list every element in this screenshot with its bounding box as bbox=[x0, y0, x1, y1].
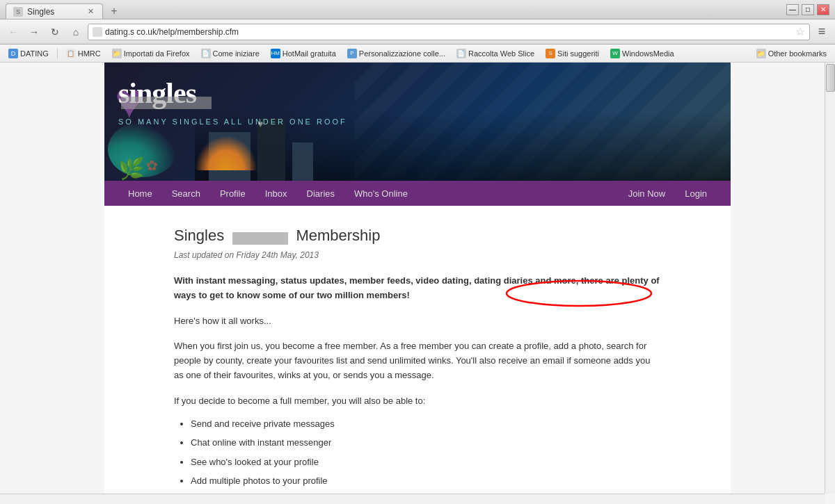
bookmark-come-iniziare-icon: 📄 bbox=[201, 49, 211, 58]
bookmark-raccolta-icon: 📄 bbox=[456, 49, 466, 58]
page-container: ♥ 🌿 ✿ bbox=[0, 63, 835, 504]
bookmark-come-iniziare[interactable]: 📄 Come iniziare bbox=[197, 47, 264, 60]
small-heart-icon: ♥ bbox=[257, 118, 263, 129]
heres-how-text: Here's how it all works... bbox=[174, 314, 661, 329]
benefits-list: Send and receive private messages Chat o… bbox=[174, 417, 661, 504]
forward-button[interactable]: → bbox=[25, 23, 43, 41]
page-title-start: Singles bbox=[174, 227, 224, 244]
home-button[interactable]: ⌂ bbox=[67, 23, 85, 41]
browser-toolbar: ← → ↻ ⌂ dating.s co.uk/help/membership.c… bbox=[0, 19, 835, 44]
active-tab[interactable]: S Singles ✕ bbox=[6, 3, 103, 19]
bookmark-hotmail-icon: HM bbox=[271, 49, 280, 58]
site-navigation: Home Search Profile Inbox Diaries Who's … bbox=[104, 181, 731, 206]
address-security-icon bbox=[93, 27, 102, 37]
new-tab-button[interactable]: + bbox=[106, 3, 122, 19]
benefit-item-0: Send and receive private messages bbox=[191, 417, 661, 431]
page-title-container: Singles Membership bbox=[174, 227, 661, 245]
page-content: Singles Membership Last updated on Frida… bbox=[104, 206, 731, 504]
bookmark-windows-media[interactable]: W WindowsMedia bbox=[606, 47, 678, 60]
site-header: ♥ 🌿 ✿ bbox=[104, 63, 731, 181]
bookmark-other-icon: 📁 bbox=[756, 49, 766, 58]
title-bar: S Singles ✕ + — □ ✕ bbox=[0, 0, 835, 19]
bookmark-siti-icon: S bbox=[546, 49, 555, 58]
intro-container: With instant messaging, status updates, … bbox=[174, 274, 661, 303]
tab-bar: S Singles ✕ + bbox=[6, 0, 122, 19]
bookmark-importati[interactable]: 📁 Importati da Firefox bbox=[108, 47, 194, 60]
nav-whos-online[interactable]: Who's Online bbox=[344, 181, 418, 206]
bookmark-other[interactable]: 📁 Other bookmarks bbox=[752, 47, 831, 60]
page-title-redacted bbox=[232, 232, 288, 245]
building-3 bbox=[292, 143, 313, 181]
browser-window: S Singles ✕ + — □ ✕ ← → ↻ ⌂ dating.s co.… bbox=[0, 0, 835, 504]
page-inner: ♥ 🌿 ✿ bbox=[104, 63, 731, 504]
benefit-item-1: Chat online with instant messenger bbox=[191, 436, 661, 450]
minimize-button[interactable]: — bbox=[786, 4, 799, 15]
bookmark-hmrc-icon: 📋 bbox=[66, 49, 76, 58]
logo-redacted bbox=[121, 97, 212, 109]
nav-home[interactable]: Home bbox=[118, 181, 162, 206]
horizontal-scrollbar[interactable] bbox=[0, 494, 825, 504]
bookmark-personalizzazione-icon: P bbox=[347, 49, 357, 58]
free-member-para: When you first join us, you become a fre… bbox=[174, 339, 661, 382]
bookmark-separator bbox=[57, 48, 58, 59]
leaf-decoration: 🌿 bbox=[118, 156, 144, 181]
bookmark-importati-icon: 📁 bbox=[112, 49, 122, 58]
tab-close-button[interactable]: ✕ bbox=[86, 7, 95, 17]
bookmark-hotmail[interactable]: HM HotMail gratuita bbox=[267, 47, 340, 60]
address-text: dating.s co.uk/help/membership.cfm bbox=[105, 27, 793, 37]
window-controls: — □ ✕ bbox=[786, 4, 829, 15]
nav-search[interactable]: Search bbox=[162, 181, 210, 206]
flower-decoration: ✿ bbox=[146, 157, 158, 174]
bookmark-dating[interactable]: D DATING bbox=[4, 47, 53, 60]
page-title-end: Membership bbox=[296, 227, 380, 244]
page-background: ♥ 🌿 ✿ bbox=[0, 63, 835, 504]
nav-inbox[interactable]: Inbox bbox=[255, 181, 297, 206]
benefit-item-3: Add multiple photos to your profile bbox=[191, 474, 661, 488]
back-button[interactable]: ← bbox=[4, 23, 22, 41]
vertical-scrollbar[interactable] bbox=[825, 63, 835, 494]
site-logo-container: singles SO MANY SINGLES ALL UNDER ONE RO… bbox=[118, 76, 347, 126]
yellow-splash bbox=[195, 136, 257, 170]
nav-join-now[interactable]: Join Now bbox=[619, 181, 675, 206]
bookmark-windows-media-icon: W bbox=[610, 49, 620, 58]
intro-paragraph: With instant messaging, status updates, … bbox=[174, 274, 661, 303]
bookmark-dating-icon: D bbox=[8, 49, 18, 58]
nav-items-container: Home Search Profile Inbox Diaries Who's … bbox=[118, 181, 619, 206]
nav-diaries[interactable]: Diaries bbox=[297, 181, 344, 206]
nav-login[interactable]: Login bbox=[675, 181, 717, 206]
browser-menu-button[interactable]: ≡ bbox=[813, 23, 831, 41]
bookmark-siti[interactable]: S Siti suggeriti bbox=[541, 47, 603, 60]
tab-title: Singles bbox=[27, 7, 54, 17]
bookmark-personalizzazione[interactable]: P Personalizzazione colle... bbox=[343, 47, 450, 60]
refresh-button[interactable]: ↻ bbox=[46, 23, 64, 41]
full-member-intro: If you decide to become a full member, y… bbox=[174, 394, 661, 409]
tab-favicon: S bbox=[13, 7, 23, 17]
bookmark-star-icon[interactable]: ☆ bbox=[795, 25, 805, 38]
address-bar[interactable]: dating.s co.uk/help/membership.cfm ☆ bbox=[88, 24, 810, 40]
site-tagline: SO MANY SINGLES ALL UNDER ONE ROOF bbox=[118, 117, 347, 126]
bookmark-hmrc[interactable]: 📋 HMRC bbox=[62, 47, 105, 60]
bookmarks-bar: D DATING 📋 HMRC 📁 Importati da Firefox 📄… bbox=[0, 44, 835, 63]
scrollbar-thumb[interactable] bbox=[826, 64, 835, 92]
bookmark-raccolta[interactable]: 📄 Raccolta Web Slice bbox=[452, 47, 539, 60]
nav-right-container: Join Now Login bbox=[619, 181, 717, 206]
benefit-item-2: See who's looked at your profile bbox=[191, 455, 661, 469]
nav-profile[interactable]: Profile bbox=[210, 181, 255, 206]
close-button[interactable]: ✕ bbox=[817, 4, 829, 15]
last-updated: Last updated on Friday 24th May, 2013 bbox=[174, 250, 661, 260]
maximize-button[interactable]: □ bbox=[802, 4, 814, 15]
